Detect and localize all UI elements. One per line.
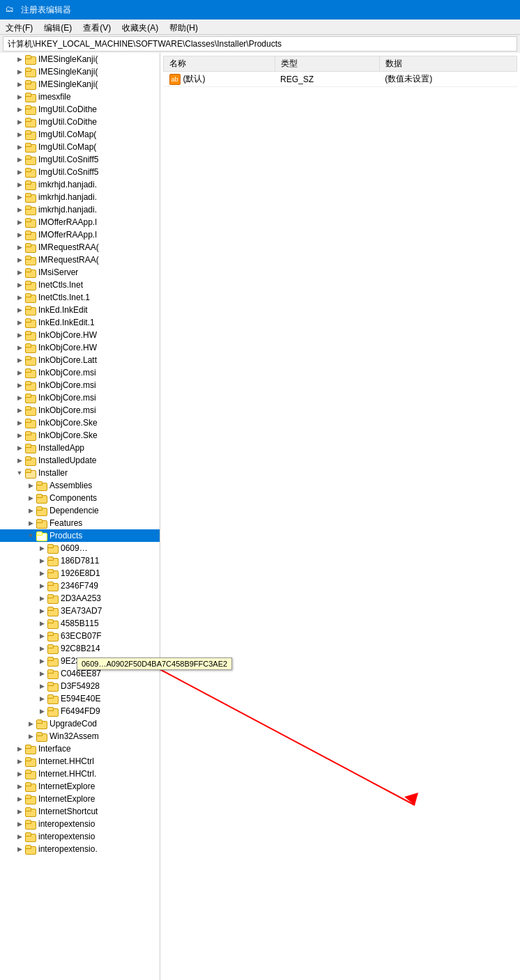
- expand-arrow-InstalledApp[interactable]: [14, 442, 25, 453]
- tree-item-IMOfferRAApp2[interactable]: IMOfferRAApp.l: [0, 228, 160, 241]
- expand-arrow-ImgUtil3[interactable]: [14, 129, 25, 140]
- tree-item-prod14[interactable]: F6494FD9: [0, 705, 160, 717]
- tree-item-InkObjCore6[interactable]: InkObjCore.msi: [0, 391, 160, 404]
- tree-item-prod3[interactable]: 1926E8D1: [0, 567, 160, 580]
- tree-item-IMRequestRAApp2[interactable]: IMRequestRAA(: [0, 254, 160, 266]
- address-bar[interactable]: 计算机\HKEY_LOCAL_MACHINE\SOFTWARE\Classes\…: [3, 36, 517, 52]
- tree-item-IMOfferRAApp1[interactable]: IMOfferRAApp.l: [0, 216, 160, 228]
- expand-arrow-InkObjCore7[interactable]: [14, 405, 25, 416]
- expand-arrow-InstalledUpdate[interactable]: [14, 455, 25, 466]
- tree-item-prod4[interactable]: 2346F749: [0, 580, 160, 592]
- tree-item-interopextensio2[interactable]: interopextensio: [0, 830, 160, 843]
- menu-view[interactable]: 查看(V): [77, 21, 116, 33]
- expand-arrow-InkObjCore8[interactable]: [14, 417, 25, 428]
- expand-arrow-prod13[interactable]: [36, 693, 47, 704]
- expand-arrow-prod7[interactable]: [36, 618, 47, 629]
- expand-arrow-imkrhjd1[interactable]: [14, 179, 25, 190]
- menu-file[interactable]: 文件(F): [0, 21, 38, 33]
- tree-item-Dependencies[interactable]: Dependencie: [0, 504, 160, 517]
- expand-arrow-InternetHHCtrl1[interactable]: [14, 768, 25, 779]
- expand-arrow-imkrhjd3[interactable]: [14, 204, 25, 215]
- tree-item-ImgUtil6[interactable]: ImgUtil.CoSniff5: [0, 166, 160, 178]
- tree-item-InkObjCore3[interactable]: InkObjCore.Latt: [0, 354, 160, 366]
- expand-arrow-prod14[interactable]: [36, 706, 47, 717]
- expand-arrow-InetCtls1[interactable]: [14, 292, 25, 303]
- tree-item-IMsiServer[interactable]: IMsiServer: [0, 266, 160, 279]
- expand-arrow-ImgUtil6[interactable]: [14, 166, 25, 178]
- tree-item-InkObjCore4[interactable]: InkObjCore.msi: [0, 366, 160, 379]
- tree-item-imkrhjd3[interactable]: imkrhjd.hanjadi.: [0, 203, 160, 216]
- menu-favorites[interactable]: 收藏夹(A): [116, 21, 164, 33]
- expand-arrow-Dependencies[interactable]: [25, 505, 36, 516]
- expand-arrow-InkEd1[interactable]: [14, 317, 25, 328]
- expand-arrow-prod11[interactable]: [36, 668, 47, 679]
- expand-arrow-Components[interactable]: [25, 492, 36, 504]
- tree-item-InkObjCore2[interactable]: InkObjCore.HW: [0, 341, 160, 354]
- tree-item-InetCtls[interactable]: InetCtls.Inet: [0, 279, 160, 291]
- tree-item-prod2[interactable]: 186D7811: [0, 554, 160, 567]
- expand-arrow-Products[interactable]: [25, 530, 36, 541]
- expand-arrow-InkEd[interactable]: [14, 304, 25, 316]
- expand-arrow-InkObjCore5[interactable]: [14, 380, 25, 391]
- expand-arrow-prod6[interactable]: [36, 605, 47, 616]
- tree-item-prod1[interactable]: 0609…: [0, 542, 160, 554]
- expand-arrow-ImgUtil4[interactable]: [14, 141, 25, 153]
- expand-arrow-InternetHHCtrl[interactable]: [14, 756, 25, 767]
- expand-arrow-IMRequestRAApp2[interactable]: [14, 254, 25, 265]
- expand-arrow-ImgUtil1[interactable]: [14, 104, 25, 115]
- tree-item-InternetHHCtrl[interactable]: Internet.HHCtrl: [0, 755, 160, 768]
- tree-item-InkObjCore9[interactable]: InkObjCore.Ske: [0, 429, 160, 442]
- expand-arrow-Features[interactable]: [25, 518, 36, 529]
- expand-arrow-InternetExplorer2[interactable]: [14, 793, 25, 804]
- tree-item-InternetShortcut[interactable]: InternetShortcut: [0, 805, 160, 818]
- expand-arrow-Interface[interactable]: [14, 743, 25, 754]
- tree-item-Assemblies[interactable]: Assemblies: [0, 479, 160, 492]
- tree-item-IMRequestRAApp1[interactable]: IMRequestRAA(: [0, 241, 160, 254]
- expand-arrow-imesxfile[interactable]: [14, 91, 25, 102]
- expand-arrow-prod5[interactable]: [36, 593, 47, 604]
- tree-item-prod6[interactable]: 3EA73AD7: [0, 605, 160, 617]
- expand-arrow-IMsiServer[interactable]: [14, 267, 25, 278]
- tree-item-ImgUtil1[interactable]: ImgUtil.CoDithe: [0, 103, 160, 116]
- tree-item-IMESingleKanji3[interactable]: IMESingleKanji(: [0, 78, 160, 91]
- tree-item-ImgUtil5[interactable]: ImgUtil.CoSniff5: [0, 153, 160, 166]
- expand-arrow-Assemblies[interactable]: [25, 480, 36, 491]
- menu-edit[interactable]: 编辑(E): [38, 21, 77, 33]
- tree-item-ImgUtil4[interactable]: ImgUtil.CoMap(: [0, 141, 160, 153]
- expand-arrow-prod1[interactable]: [36, 543, 47, 554]
- expand-arrow-IMOfferRAApp2[interactable]: [14, 229, 25, 240]
- tree-item-interopextensio1[interactable]: interopextensio: [0, 818, 160, 830]
- expand-arrow-prod8[interactable]: [36, 630, 47, 641]
- expand-arrow-IMOfferRAApp1[interactable]: [14, 217, 25, 228]
- expand-arrow-prod4[interactable]: [36, 580, 47, 591]
- tree-item-imesxfile[interactable]: imesxfile: [0, 91, 160, 103]
- tree-item-Interface[interactable]: Interface: [0, 742, 160, 755]
- tree-item-IMESingleKanji2[interactable]: IMESingleKanji(: [0, 65, 160, 78]
- expand-arrow-ImgUtil2[interactable]: [14, 116, 25, 127]
- expand-arrow-interopextensio1[interactable]: [14, 818, 25, 830]
- expand-arrow-interopextensio2[interactable]: [14, 831, 25, 842]
- expand-arrow-prod2[interactable]: [36, 555, 47, 566]
- tree-item-Products[interactable]: Products: [0, 529, 160, 542]
- tree-item-prod9[interactable]: 92C8B214: [0, 642, 160, 655]
- tree-item-prod13[interactable]: E594E40E: [0, 692, 160, 705]
- expand-arrow-prod3[interactable]: [36, 568, 47, 579]
- menu-help[interactable]: 帮助(H): [164, 21, 204, 33]
- tree-item-prod5[interactable]: 2D3AA253: [0, 592, 160, 605]
- table-row[interactable]: ab(默认)REG_SZ(数值未设置): [164, 72, 517, 87]
- tree-item-interopextensio3[interactable]: interopextensio.: [0, 843, 160, 855]
- tree-item-InternetExplorer1[interactable]: InternetExplore: [0, 780, 160, 793]
- expand-arrow-UpgradeCod[interactable]: [25, 718, 36, 729]
- tree-item-imkrhjd1[interactable]: imkrhjd.hanjadi.: [0, 178, 160, 191]
- expand-arrow-InkObjCore4[interactable]: [14, 367, 25, 378]
- expand-arrow-InkObjCore1[interactable]: [14, 329, 25, 341]
- expand-arrow-InkObjCore6[interactable]: [14, 392, 25, 403]
- tree-item-InternetHHCtrl1[interactable]: Internet.HHCtrl.: [0, 768, 160, 780]
- expand-arrow-IMESingleKanji3[interactable]: [14, 79, 25, 90]
- tree-item-InkObjCore7[interactable]: InkObjCore.msi: [0, 404, 160, 417]
- tree-item-InstalledUpdate[interactable]: InstalledUpdate: [0, 454, 160, 467]
- tree-item-Components[interactable]: Components: [0, 492, 160, 504]
- tree-item-ImgUtil2[interactable]: ImgUtil.CoDithe: [0, 116, 160, 128]
- tree-item-InkEd[interactable]: InkEd.InkEdit: [0, 304, 160, 316]
- tree-item-ImgUtil3[interactable]: ImgUtil.CoMap(: [0, 128, 160, 141]
